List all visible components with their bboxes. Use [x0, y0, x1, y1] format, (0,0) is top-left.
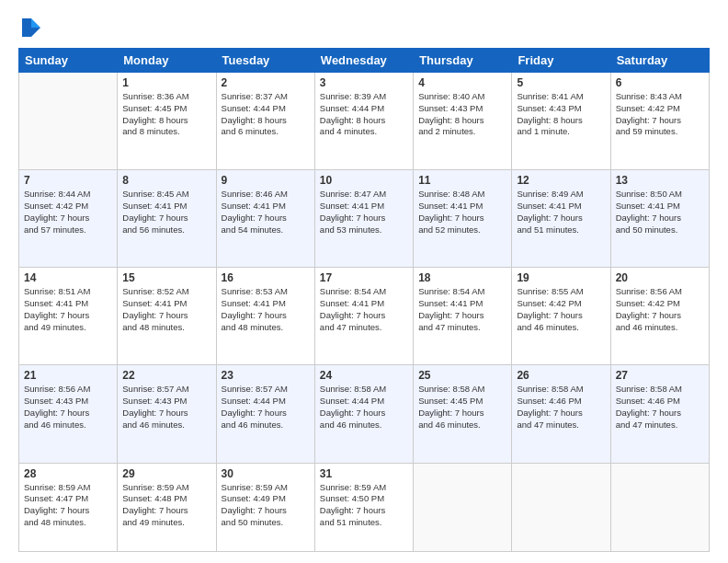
calendar-cell: 3Sunrise: 8:39 AMSunset: 4:44 PMDaylight… — [314, 73, 413, 170]
calendar-cell: 20Sunrise: 8:56 AMSunset: 4:42 PMDayligh… — [610, 268, 709, 365]
day-number: 9 — [222, 174, 310, 187]
cell-info: Sunrise: 8:50 AMSunset: 4:41 PMDaylight:… — [616, 189, 704, 236]
cell-info: Sunrise: 8:59 AMSunset: 4:48 PMDaylight:… — [122, 482, 210, 529]
calendar-cell: 11Sunrise: 8:48 AMSunset: 4:41 PMDayligh… — [414, 170, 512, 268]
day-number: 14 — [24, 271, 112, 284]
day-number: 12 — [517, 174, 605, 187]
logo-icon — [18, 15, 44, 40]
weekday-header-monday: Monday — [118, 49, 216, 73]
logo — [18, 15, 48, 40]
weekday-header-tuesday: Tuesday — [216, 49, 314, 73]
weekday-header-wednesday: Wednesday — [314, 49, 413, 73]
cell-info: Sunrise: 8:58 AMSunset: 4:44 PMDaylight:… — [320, 384, 408, 431]
cell-info: Sunrise: 8:54 AMSunset: 4:41 PMDaylight:… — [418, 286, 506, 333]
cell-info: Sunrise: 8:47 AMSunset: 4:41 PMDaylight:… — [320, 189, 408, 236]
calendar-cell: 8Sunrise: 8:45 AMSunset: 4:41 PMDaylight… — [118, 170, 216, 268]
svg-marker-0 — [31, 18, 40, 28]
day-number: 13 — [616, 174, 704, 187]
calendar-cell: 16Sunrise: 8:53 AMSunset: 4:41 PMDayligh… — [216, 268, 314, 365]
cell-info: Sunrise: 8:37 AMSunset: 4:44 PMDaylight:… — [222, 91, 310, 138]
calendar-cell: 30Sunrise: 8:59 AMSunset: 4:49 PMDayligh… — [216, 463, 314, 552]
day-number: 27 — [616, 369, 704, 382]
calendar-week-row: 7Sunrise: 8:44 AMSunset: 4:42 PMDaylight… — [19, 170, 710, 268]
calendar-cell: 23Sunrise: 8:57 AMSunset: 4:44 PMDayligh… — [216, 365, 314, 463]
day-number: 10 — [320, 174, 408, 187]
cell-info: Sunrise: 8:41 AMSunset: 4:43 PMDaylight:… — [517, 91, 605, 138]
calendar-cell: 12Sunrise: 8:49 AMSunset: 4:41 PMDayligh… — [512, 170, 610, 268]
cell-info: Sunrise: 8:39 AMSunset: 4:44 PMDaylight:… — [320, 91, 408, 138]
day-number: 20 — [616, 271, 704, 284]
day-number: 6 — [616, 76, 704, 89]
day-number: 15 — [122, 271, 210, 284]
cell-info: Sunrise: 8:59 AMSunset: 4:47 PMDaylight:… — [24, 482, 112, 529]
calendar-week-row: 21Sunrise: 8:56 AMSunset: 4:43 PMDayligh… — [19, 365, 710, 463]
weekday-header-thursday: Thursday — [414, 49, 512, 73]
header — [18, 15, 710, 40]
cell-info: Sunrise: 8:55 AMSunset: 4:42 PMDaylight:… — [517, 286, 605, 333]
calendar-cell: 29Sunrise: 8:59 AMSunset: 4:48 PMDayligh… — [118, 463, 216, 552]
calendar-page: SundayMondayTuesdayWednesdayThursdayFrid… — [0, 0, 728, 563]
cell-info: Sunrise: 8:58 AMSunset: 4:46 PMDaylight:… — [616, 384, 704, 431]
calendar-week-row: 1Sunrise: 8:36 AMSunset: 4:45 PMDaylight… — [19, 73, 710, 170]
svg-marker-1 — [31, 28, 40, 37]
day-number: 4 — [418, 76, 506, 89]
calendar-cell: 28Sunrise: 8:59 AMSunset: 4:47 PMDayligh… — [19, 463, 118, 552]
cell-info: Sunrise: 8:45 AMSunset: 4:41 PMDaylight:… — [122, 189, 210, 236]
calendar-cell: 17Sunrise: 8:54 AMSunset: 4:41 PMDayligh… — [314, 268, 413, 365]
day-number: 30 — [222, 467, 310, 480]
cell-info: Sunrise: 8:52 AMSunset: 4:41 PMDaylight:… — [122, 286, 210, 333]
cell-info: Sunrise: 8:57 AMSunset: 4:44 PMDaylight:… — [222, 384, 310, 431]
day-number: 21 — [24, 369, 112, 382]
calendar-cell: 31Sunrise: 8:59 AMSunset: 4:50 PMDayligh… — [314, 463, 413, 552]
day-number: 16 — [222, 271, 310, 284]
cell-info: Sunrise: 8:53 AMSunset: 4:41 PMDaylight:… — [222, 286, 310, 333]
cell-info: Sunrise: 8:56 AMSunset: 4:42 PMDaylight:… — [616, 286, 704, 333]
cell-info: Sunrise: 8:51 AMSunset: 4:41 PMDaylight:… — [24, 286, 112, 333]
calendar-cell: 22Sunrise: 8:57 AMSunset: 4:43 PMDayligh… — [118, 365, 216, 463]
calendar-cell: 1Sunrise: 8:36 AMSunset: 4:45 PMDaylight… — [118, 73, 216, 170]
cell-info: Sunrise: 8:36 AMSunset: 4:45 PMDaylight:… — [122, 91, 210, 138]
cell-info: Sunrise: 8:57 AMSunset: 4:43 PMDaylight:… — [122, 384, 210, 431]
calendar-cell: 27Sunrise: 8:58 AMSunset: 4:46 PMDayligh… — [610, 365, 709, 463]
calendar-cell — [414, 463, 512, 552]
calendar-cell: 21Sunrise: 8:56 AMSunset: 4:43 PMDayligh… — [19, 365, 118, 463]
weekday-header-saturday: Saturday — [610, 49, 709, 73]
calendar-cell: 19Sunrise: 8:55 AMSunset: 4:42 PMDayligh… — [512, 268, 610, 365]
calendar-week-row: 28Sunrise: 8:59 AMSunset: 4:47 PMDayligh… — [19, 463, 710, 552]
calendar-table: SundayMondayTuesdayWednesdayThursdayFrid… — [18, 48, 710, 552]
day-number: 2 — [222, 76, 310, 89]
calendar-cell: 9Sunrise: 8:46 AMSunset: 4:41 PMDaylight… — [216, 170, 314, 268]
calendar-body: 1Sunrise: 8:36 AMSunset: 4:45 PMDaylight… — [19, 73, 710, 552]
day-number: 3 — [320, 76, 408, 89]
cell-info: Sunrise: 8:58 AMSunset: 4:45 PMDaylight:… — [418, 384, 506, 431]
calendar-week-row: 14Sunrise: 8:51 AMSunset: 4:41 PMDayligh… — [19, 268, 710, 365]
calendar-cell: 5Sunrise: 8:41 AMSunset: 4:43 PMDaylight… — [512, 73, 610, 170]
day-number: 24 — [320, 369, 408, 382]
day-number: 1 — [122, 76, 210, 89]
calendar-cell: 26Sunrise: 8:58 AMSunset: 4:46 PMDayligh… — [512, 365, 610, 463]
day-number: 23 — [222, 369, 310, 382]
calendar-cell — [512, 463, 610, 552]
cell-info: Sunrise: 8:59 AMSunset: 4:49 PMDaylight:… — [222, 482, 310, 529]
day-number: 5 — [517, 76, 605, 89]
day-number: 22 — [122, 369, 210, 382]
calendar-cell: 13Sunrise: 8:50 AMSunset: 4:41 PMDayligh… — [610, 170, 709, 268]
day-number: 18 — [418, 271, 506, 284]
day-number: 7 — [24, 174, 112, 187]
day-number: 26 — [517, 369, 605, 382]
calendar-cell: 7Sunrise: 8:44 AMSunset: 4:42 PMDaylight… — [19, 170, 118, 268]
weekday-header-sunday: Sunday — [19, 49, 118, 73]
calendar-cell: 25Sunrise: 8:58 AMSunset: 4:45 PMDayligh… — [414, 365, 512, 463]
day-number: 28 — [24, 467, 112, 480]
cell-info: Sunrise: 8:58 AMSunset: 4:46 PMDaylight:… — [517, 384, 605, 431]
calendar-cell: 24Sunrise: 8:58 AMSunset: 4:44 PMDayligh… — [314, 365, 413, 463]
cell-info: Sunrise: 8:46 AMSunset: 4:41 PMDaylight:… — [222, 189, 310, 236]
day-number: 31 — [320, 467, 408, 480]
svg-marker-2 — [22, 18, 31, 37]
cell-info: Sunrise: 8:59 AMSunset: 4:50 PMDaylight:… — [320, 482, 408, 529]
cell-info: Sunrise: 8:48 AMSunset: 4:41 PMDaylight:… — [418, 189, 506, 236]
day-number: 11 — [418, 174, 506, 187]
weekday-header-row: SundayMondayTuesdayWednesdayThursdayFrid… — [19, 49, 710, 73]
day-number: 29 — [122, 467, 210, 480]
cell-info: Sunrise: 8:56 AMSunset: 4:43 PMDaylight:… — [24, 384, 112, 431]
